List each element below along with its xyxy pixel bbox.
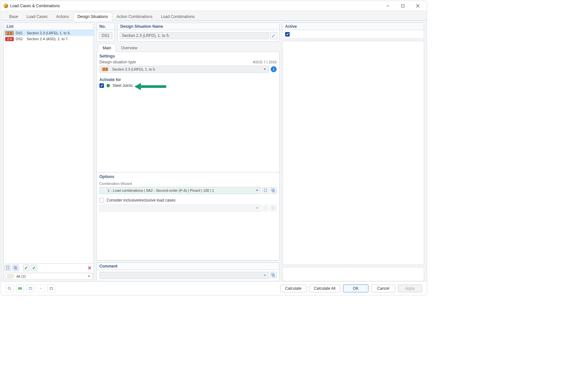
tab-load-cases[interactable]: Load Cases [22,12,52,21]
list-toolbar [4,263,94,272]
name-panel: Design Situation Name Section 2.3 (LRFD)… [117,23,280,41]
edit-name-icon[interactable] [270,32,277,39]
inclusive-open-icon [270,205,277,211]
subtab-overview[interactable]: Overview [116,44,142,52]
tab-actions[interactable]: Actions [52,12,73,21]
content-area: List 2.3 DS1 Section 2.3 (LRFD), 1. to 5… [1,21,427,281]
badge-2-4: 2.4 [5,37,14,41]
list-item-ds2[interactable]: 2.4 DS2 Section 2.4 (ASD), 1. to 7. [4,36,94,42]
wizard-value: 1 - Load combinations | SA2 - Second-ord… [102,188,214,192]
no-header: No. [97,23,114,30]
inclusive-dropdown [99,204,261,212]
inclusive-new-icon [262,205,269,211]
close-button[interactable] [410,1,425,10]
steel-joints-checkbox[interactable] [99,83,104,88]
consider-inclusive-label: Consider inclusive/exclusive load cases [107,198,176,203]
search-icon[interactable] [6,285,13,292]
new-icon[interactable] [5,265,11,271]
active-header: Active [282,23,424,30]
settings-header: Settings [97,52,279,60]
svg-rect-1 [7,266,9,269]
list-item-code: DS1 [16,31,25,35]
app-icon [4,4,8,8]
comment-header: Comment [97,263,279,270]
active-checkbox[interactable] [285,32,290,37]
active-dot-icon [107,84,110,87]
calculate-all-button[interactable]: Calculate All [309,285,340,292]
info-icon[interactable]: i [271,66,277,72]
no-panel: No. DS1 [96,23,115,41]
design-type-standard: ASCE 7 | 2016 [253,60,277,64]
units-icon[interactable]: 0.00 [16,285,24,292]
list-filter-dropdown[interactable]: All (2) [5,273,93,280]
tab-design-situations[interactable]: Design Situations [73,12,112,21]
consider-inclusive-checkbox[interactable] [99,198,104,203]
svg-rect-7 [264,207,266,209]
comment-field[interactable] [99,272,269,279]
svg-rect-0 [402,5,404,7]
subtab-strip: Main Overview [96,43,280,52]
list-item-label: Section 2.3 (LRFD), 1. to 5. [27,31,71,35]
svg-text:fx: fx [40,287,42,290]
calculate-button[interactable]: Calculate [280,285,306,292]
list-item-code: DS2 [16,37,25,41]
name-header: Design Situation Name [118,23,279,30]
fx-icon[interactable]: fx [37,285,45,292]
tab-action-combinations[interactable]: Action Combinations [112,12,157,21]
activate-header: Activate for [97,75,279,83]
subtab-main[interactable]: Main [98,44,116,52]
main-panel: Main Overview Settings Design situation … [96,43,280,260]
tab-load-combinations[interactable]: Load Combinations [157,12,199,21]
window-title: Load Cases & Combinations [10,4,380,8]
wizard-new-icon[interactable] [262,187,269,194]
comment-attach-icon[interactable] [270,272,277,278]
check-in-icon[interactable] [23,265,29,271]
main-tabstrip: Base Load Cases Actions Design Situation… [1,11,427,21]
show-icon[interactable] [26,285,34,292]
svg-rect-17 [50,287,53,290]
combination-wizard-dropdown[interactable]: 1 - Load combinations | SA2 - Second-ord… [99,187,261,194]
options-header: Options [97,172,279,180]
cancel-button[interactable]: Cancel [371,285,395,292]
filter-value: All (2) [16,274,26,278]
comment-panel: Comment [96,262,280,281]
no-value: DS1 [99,32,112,39]
list-item-ds1[interactable]: 2.3 DS1 Section 2.3 (LRFD), 1. to 5. [4,30,94,36]
list-panel: List 2.3 DS1 Section 2.3 (LRFD), 1. to 5… [4,23,94,281]
footer: 0.00 fx Calculate Calculate All OK Cance… [1,281,427,295]
ok-button[interactable]: OK [343,285,368,292]
badge-2-3: 2.3 [5,31,14,35]
svg-rect-4 [264,189,266,192]
design-type-label: Design situation type [99,60,136,64]
design-type-value: Section 2.3 (LRFD), 1. to 5. [112,67,156,71]
list-item-label: Section 2.4 (ASD), 1. to 7. [27,37,69,41]
design-type-dropdown[interactable]: 2.3 Section 2.3 (LRFD), 1. to 5. [99,66,269,73]
maximize-button[interactable] [395,1,410,10]
filter-swatch-icon [7,274,14,278]
active-panel: Active [282,23,424,39]
svg-rect-15 [29,287,32,289]
delete-icon[interactable] [86,265,93,271]
preview-panel [282,41,424,265]
right-spacer-panel [282,267,424,281]
wizard-open-icon[interactable] [270,187,277,194]
titlebar: Load Cases & Combinations [1,1,427,11]
wizard-label: Combination Wizard [99,180,277,187]
list-header: List [4,23,94,30]
copy-icon[interactable] [12,265,19,271]
minimize-button[interactable] [380,1,395,10]
svg-point-12 [8,287,10,289]
apply-button: Apply [398,285,422,292]
calendar-icon[interactable] [47,285,55,292]
tab-base[interactable]: Base [5,12,22,21]
window: Load Cases & Combinations Base Load Case… [1,1,427,295]
name-field[interactable]: Section 2.3 (LRFD), 1. to 5. [120,32,269,39]
list-body: 2.3 DS1 Section 2.3 (LRFD), 1. to 5. 2.4… [4,30,94,263]
steel-joints-label: Steel Joints [112,83,133,88]
check-out-icon[interactable] [31,265,37,271]
svg-text:0.00: 0.00 [18,287,22,289]
